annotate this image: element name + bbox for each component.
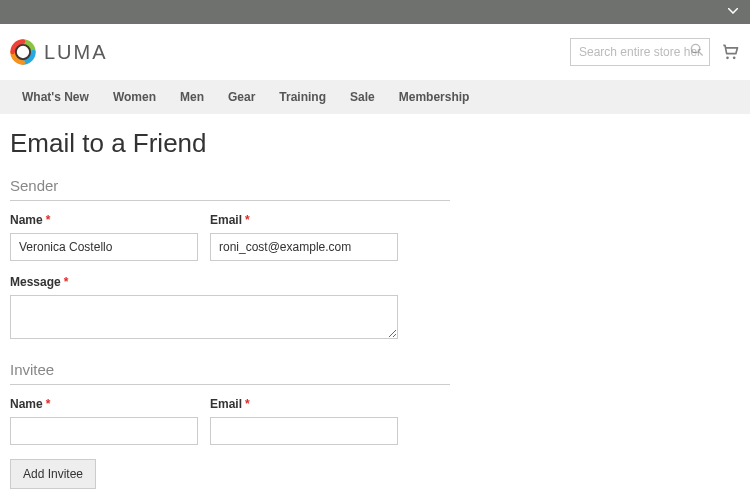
search-input[interactable]	[570, 38, 710, 66]
nav-training[interactable]: Training	[267, 80, 338, 114]
account-menu-toggle[interactable]	[728, 5, 738, 16]
site-logo[interactable]: LUMA	[10, 39, 108, 65]
required-marker: *	[245, 213, 250, 227]
nav-membership[interactable]: Membership	[387, 80, 482, 114]
luma-logo-icon	[10, 39, 36, 65]
message-label: Message*	[10, 275, 398, 289]
invitee-legend: Invitee	[10, 361, 450, 385]
sender-email-label: Email*	[210, 213, 398, 227]
message-textarea[interactable]	[10, 295, 398, 339]
required-marker: *	[64, 275, 69, 289]
add-invitee-button[interactable]: Add Invitee	[10, 459, 96, 489]
nav-whats-new[interactable]: What's New	[10, 80, 101, 114]
invitee-name-input[interactable]	[10, 417, 198, 445]
invitee-email-label: Email*	[210, 397, 398, 411]
nav-gear[interactable]: Gear	[216, 80, 267, 114]
sender-name-input[interactable]	[10, 233, 198, 261]
chevron-down-icon	[728, 8, 738, 14]
main-nav: What's New Women Men Gear Training Sale …	[0, 80, 750, 114]
nav-women[interactable]: Women	[101, 80, 168, 114]
required-marker: *	[245, 397, 250, 411]
account-topbar	[0, 0, 750, 24]
cart-icon[interactable]	[720, 42, 740, 62]
svg-point-3	[726, 57, 729, 60]
search-wrap	[570, 38, 710, 66]
required-marker: *	[46, 397, 51, 411]
sender-fieldset: Sender Name* Email* Message*	[10, 177, 740, 339]
page-title: Email to a Friend	[10, 128, 740, 159]
nav-men[interactable]: Men	[168, 80, 216, 114]
nav-sale[interactable]: Sale	[338, 80, 387, 114]
sender-name-label: Name*	[10, 213, 198, 227]
required-marker: *	[46, 213, 51, 227]
invitee-fieldset: Invitee Name* Email* Add Invitee	[10, 361, 740, 489]
invitee-email-input[interactable]	[210, 417, 398, 445]
invitee-name-label: Name*	[10, 397, 198, 411]
logo-text: LUMA	[44, 41, 108, 64]
header: LUMA	[0, 24, 750, 80]
sender-email-input[interactable]	[210, 233, 398, 261]
main-content: Email to a Friend Sender Name* Email* Me…	[0, 114, 750, 504]
svg-point-4	[733, 57, 736, 60]
sender-legend: Sender	[10, 177, 450, 201]
